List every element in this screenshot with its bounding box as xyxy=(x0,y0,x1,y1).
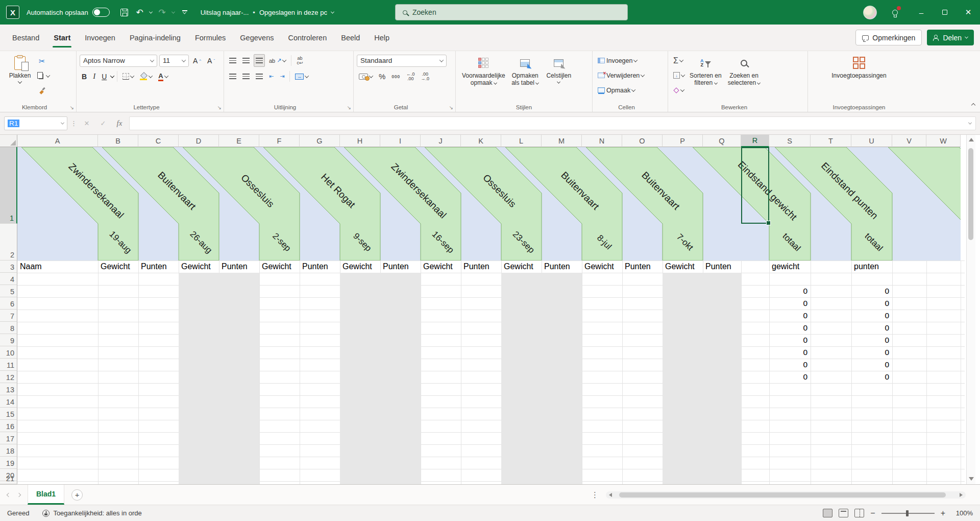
formula-input[interactable] xyxy=(129,116,976,130)
column-header-S[interactable]: S xyxy=(769,135,811,147)
scroll-left-icon[interactable] xyxy=(609,493,612,497)
row-header-4[interactable]: 4 xyxy=(0,273,17,285)
align-right-button[interactable] xyxy=(254,70,265,83)
quick-access-customize-icon[interactable] xyxy=(177,5,192,20)
header-cell-S3[interactable]: gewicht xyxy=(769,260,811,273)
vertical-scroll-thumb[interactable] xyxy=(968,148,973,240)
paste-button[interactable]: Plakken xyxy=(3,54,37,84)
column-header-N[interactable]: N xyxy=(582,135,622,147)
cell-U6[interactable]: 0 xyxy=(851,297,892,310)
tab-formules[interactable]: Formules xyxy=(188,25,233,51)
scroll-down-icon[interactable] xyxy=(969,477,974,481)
font-color-button[interactable]: A xyxy=(156,70,169,83)
column-header-T[interactable]: T xyxy=(811,135,851,147)
column-header-R[interactable]: R xyxy=(741,135,769,147)
redo-button[interactable]: ↷ xyxy=(155,5,170,20)
thousands-format-button[interactable]: 000 xyxy=(389,70,402,83)
horizontal-scrollbar[interactable] xyxy=(606,491,966,499)
column-header-Q[interactable]: Q xyxy=(703,135,741,147)
cell-S9[interactable]: 0 xyxy=(769,334,811,346)
zoom-in-button[interactable]: + xyxy=(941,509,945,518)
column-header-M[interactable]: M xyxy=(542,135,582,147)
align-top-button[interactable] xyxy=(227,54,238,67)
zoom-out-button[interactable]: − xyxy=(870,509,875,518)
cell-U9[interactable]: 0 xyxy=(851,334,892,346)
new-sheet-button[interactable]: + xyxy=(71,489,83,501)
align-bottom-button[interactable] xyxy=(254,54,265,67)
merge-center-button[interactable]: ↔ xyxy=(293,70,310,83)
clear-button[interactable] xyxy=(671,84,687,97)
format-cells-button[interactable]: Opmaak xyxy=(596,84,646,97)
header-cell-J3[interactable]: Gewicht xyxy=(421,260,461,273)
zoom-level[interactable]: 100% xyxy=(951,509,973,517)
cancel-entry-button[interactable]: ✕ xyxy=(80,117,93,130)
header-cell-C3[interactable]: Punten xyxy=(138,260,179,273)
alignment-dialog-launcher[interactable]: ↘ xyxy=(347,105,351,110)
column-header-J[interactable]: J xyxy=(421,135,461,147)
header-cell-N3[interactable]: Gewicht xyxy=(582,260,622,273)
cell-U7[interactable]: 0 xyxy=(851,310,892,322)
row-header-7[interactable]: 7 xyxy=(0,310,17,322)
row-header-9[interactable]: 9 xyxy=(0,334,17,346)
conditional-formatting-button[interactable]: Voorwaardelijke opmaak xyxy=(459,54,508,86)
excel-app-icon[interactable]: X xyxy=(6,6,19,19)
header-cell-U3[interactable]: punten xyxy=(851,260,892,273)
row-header-19[interactable]: 19 xyxy=(0,457,17,469)
minimize-button[interactable]: – xyxy=(910,0,933,25)
active-cell-selection[interactable] xyxy=(741,147,769,224)
row-header-6[interactable]: 6 xyxy=(0,297,17,310)
sheet-nav-right-icon[interactable] xyxy=(17,493,20,496)
autosave-toggle[interactable]: Automatisch opslaan xyxy=(27,8,110,17)
row-header-16[interactable]: 16 xyxy=(0,420,17,432)
column-header-V[interactable]: V xyxy=(892,135,926,147)
align-center-button[interactable] xyxy=(240,70,252,83)
column-header-K[interactable]: K xyxy=(461,135,501,147)
zoom-slider[interactable] xyxy=(881,513,935,514)
cell-S7[interactable]: 0 xyxy=(769,310,811,322)
scroll-up-icon[interactable] xyxy=(969,138,974,141)
find-select-button[interactable]: Zoeken en selecteren xyxy=(725,54,764,86)
search-input[interactable]: Zoeken xyxy=(395,4,628,20)
close-button[interactable]: ✕ xyxy=(957,0,980,25)
header-cell-M3[interactable]: Punten xyxy=(542,260,582,273)
column-header-C[interactable]: C xyxy=(138,135,179,147)
font-size-select[interactable]: 11 xyxy=(159,55,189,67)
tab-bar-kebab-icon[interactable]: ⋮ xyxy=(591,490,599,500)
collapse-ribbon-button[interactable] xyxy=(972,100,975,109)
row-header-17[interactable]: 17 xyxy=(0,432,17,444)
row-header-3[interactable]: 3 xyxy=(0,260,17,273)
fill-color-button[interactable] xyxy=(138,70,154,83)
italic-button[interactable]: I xyxy=(91,70,97,83)
column-header-B[interactable]: B xyxy=(98,135,138,147)
column-header-L[interactable]: L xyxy=(501,135,542,147)
row-header-12[interactable]: 12 xyxy=(0,371,17,383)
row-header-5[interactable]: 5 xyxy=(0,285,17,297)
cell-S11[interactable]: 0 xyxy=(769,359,811,371)
format-painter-button[interactable] xyxy=(37,84,52,97)
header-cell-P3[interactable]: Gewicht xyxy=(663,260,703,273)
delete-cells-button[interactable]: Verwijderen xyxy=(596,69,646,82)
cell-S5[interactable]: 0 xyxy=(769,285,811,297)
orientation-button[interactable]: ab↗ xyxy=(267,54,288,67)
column-header-I[interactable]: I xyxy=(380,135,421,147)
font-name-select[interactable]: Aptos Narrow xyxy=(80,55,157,67)
select-all-corner[interactable] xyxy=(0,135,17,147)
header-cell-Q3[interactable]: Punten xyxy=(703,260,741,273)
row-header-8[interactable]: 8 xyxy=(0,322,17,334)
zoom-slider-thumb[interactable] xyxy=(906,510,909,516)
align-left-button[interactable] xyxy=(227,70,238,83)
share-button[interactable]: Delen xyxy=(927,30,974,45)
tab-invoegen[interactable]: Invoegen xyxy=(78,25,122,51)
bold-button[interactable]: B xyxy=(80,70,89,83)
decrease-font-button[interactable]: Aˇ xyxy=(205,54,217,67)
tab-pagina-indeling[interactable]: Pagina-indeling xyxy=(122,25,188,51)
tab-beeld[interactable]: Beeld xyxy=(334,25,367,51)
cell-U8[interactable]: 0 xyxy=(851,322,892,334)
row-header-18[interactable]: 18 xyxy=(0,444,17,457)
column-header-H[interactable]: H xyxy=(340,135,380,147)
tab-help[interactable]: Help xyxy=(367,25,397,51)
borders-button[interactable] xyxy=(120,70,136,83)
worksheet-grid[interactable]: ABCDEFGHIJKLMNOPQRSTUVW12345678910111213… xyxy=(0,135,980,484)
decrease-indent-button[interactable]: ⇤ xyxy=(267,70,276,83)
scroll-right-icon[interactable] xyxy=(960,493,963,497)
